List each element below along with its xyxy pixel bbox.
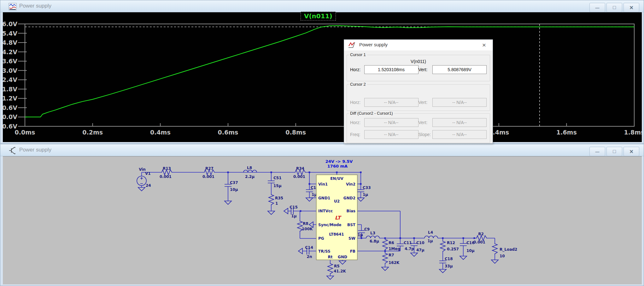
diff-freq-value (364, 130, 419, 139)
y-tick-label: 1.2V (3, 95, 17, 102)
waveform-window: Power supply — □ × 6.0V5.4V4.8V4.2V3.6V3… (0, 0, 644, 144)
component-r6[interactable]: R6 1Meg (383, 239, 400, 251)
svg-text:C37: C37 (230, 180, 238, 185)
component-r5[interactable]: R5 41.2K (328, 263, 346, 274)
x-tick-label: 1.6ms (556, 129, 577, 136)
schematic-window-title: Power supply (19, 147, 51, 153)
waveform-titlebar[interactable]: Power supply — □ × (0, 0, 644, 12)
component-l4[interactable]: L4 1µ (424, 230, 438, 243)
diff-vert-label: Vert: (419, 120, 433, 125)
dialog-close-icon[interactable]: × (478, 41, 490, 49)
component-c16[interactable]: C16 10µ (460, 241, 475, 253)
svg-text:33µ: 33µ (445, 264, 453, 268)
svg-text:0.257: 0.257 (447, 247, 459, 251)
component-u2[interactable]: EN/UV Vin1 Vin2 GND1 GND2 U2 INTVcc Bias… (316, 175, 357, 260)
svg-text:1Meg: 1Meg (389, 247, 400, 251)
pin-intvcc: INTVcc (318, 209, 333, 213)
component-r8[interactable]: R8 100K (297, 220, 313, 232)
trace-label[interactable]: V(n011) (301, 12, 336, 20)
waveform-window-title: Power supply (19, 3, 51, 9)
cursor2-vert-label: Vert: (419, 100, 433, 105)
cursor1-vert-label: Vert: (419, 67, 433, 72)
svg-text:0.001: 0.001 (293, 174, 305, 179)
net-label-vin: Vin (139, 167, 146, 172)
ltspice-logo-icon (348, 42, 355, 49)
minimize-button[interactable]: — (589, 3, 605, 12)
y-tick-label: 4.2V (3, 49, 17, 55)
cursor1-horz-value[interactable] (364, 65, 419, 74)
svg-text:C18: C18 (445, 257, 453, 261)
component-c37[interactable]: C37 10µ (225, 180, 238, 192)
component-rload2[interactable]: R_Load2 10 (492, 243, 517, 258)
pin-rt: Rt (328, 255, 333, 259)
trace-V(n011)[interactable] (25, 26, 634, 117)
svg-text:0.001: 0.001 (202, 174, 214, 179)
diff-group: Diff (Cursor2 - Cursor1) Horz: Vert: Fre… (347, 113, 490, 143)
svg-text:R12: R12 (447, 241, 455, 245)
svg-text:C51: C51 (273, 176, 282, 180)
component-r34[interactable]: R34 0.001 (293, 166, 306, 179)
schematic-titlebar[interactable]: Power supply — □ × (0, 144, 644, 156)
ic-ref: U2 (334, 199, 340, 203)
y-tick-label: 3.6V (3, 58, 17, 65)
pin-bst: BST (347, 223, 356, 227)
cursor-dialog: Power supply × Cursor 1 V(n011) Horz: Ve… (344, 39, 493, 144)
svg-text:6.8µ: 6.8µ (370, 239, 379, 243)
cursor1-group: Cursor 1 V(n011) Horz: Vert: (347, 55, 490, 81)
cursor-dialog-titlebar[interactable]: Power supply × (344, 40, 493, 50)
svg-text:100K: 100K (302, 227, 313, 231)
svg-text:R7: R7 (389, 253, 394, 257)
schematic-canvas[interactable]: V1 24 Vin R13 0.001 R27 0.001 R34 (3, 156, 642, 284)
cursor1-horz-label: Horz: (350, 67, 364, 72)
schematic-window-icon (9, 147, 17, 154)
svg-text:R13: R13 (163, 166, 171, 171)
pin-trss: TR/SS (318, 249, 331, 254)
svg-text:2.2µ: 2.2µ (245, 174, 255, 179)
svg-text:C15: C15 (290, 205, 298, 209)
svg-text:R8: R8 (303, 221, 308, 226)
component-r13[interactable]: R13 0.001 (160, 166, 173, 179)
svg-text:C11: C11 (404, 241, 412, 245)
component-l3[interactable]: L3 6.8µ (366, 231, 379, 243)
component-r35[interactable]: R35 1 (269, 194, 283, 206)
svg-text:1µ: 1µ (363, 192, 368, 197)
pin-vin2: Vin2 (346, 182, 355, 186)
pin-fb: FB (350, 249, 355, 254)
component-c33[interactable]: C33 1µ (357, 186, 371, 197)
svg-text:C10: C10 (416, 241, 424, 245)
component-c9[interactable]: C9 .1µ (356, 227, 370, 237)
schematic-minimize-button[interactable]: — (589, 147, 605, 156)
pin-bias: Bias (347, 209, 356, 213)
component-r7[interactable]: R7 162K (383, 253, 400, 265)
component-c15[interactable]: C15 1µ (290, 205, 298, 218)
diff-vert-value (432, 118, 487, 127)
svg-text:C33: C33 (363, 186, 371, 190)
svg-text:R35: R35 (275, 196, 283, 200)
svg-text:15µ: 15µ (273, 184, 282, 188)
lt-logo: LT (335, 215, 342, 221)
diff-slope-label: Slope: (419, 132, 433, 137)
y-tick-label: 2.4V (3, 76, 17, 83)
component-c18[interactable]: C18 33µ (439, 257, 453, 268)
svg-text:162K: 162K (389, 260, 400, 265)
svg-text:0.001: 0.001 (473, 240, 485, 244)
y-tick-label: 5.4V (3, 30, 17, 37)
x-tick-label: 0.6ms (218, 129, 238, 136)
plot-area[interactable]: 6.0V5.4V4.8V4.2V3.6V3.0V2.4V1.8V1.2V0.6V… (3, 12, 642, 142)
v1-ref: V1 (145, 171, 151, 176)
component-v1[interactable]: V1 24 Vin (137, 167, 151, 188)
schematic-maximize-button[interactable]: □ (606, 147, 622, 156)
maximize-button[interactable]: □ (606, 3, 622, 12)
component-c51[interactable]: C51 15µ (268, 176, 282, 188)
schematic-close-button[interactable]: × (624, 147, 639, 156)
component-r12[interactable]: R12 0.257 (440, 241, 459, 252)
pin-gnd2: GND2 (343, 196, 355, 200)
cursor-dialog-title: Power supply (359, 42, 388, 47)
component-r27[interactable]: R27 0.001 (202, 166, 215, 179)
svg-text:24V -> 9.5V: 24V -> 9.5V (325, 159, 353, 164)
pin-gnd1: GND1 (318, 196, 330, 200)
close-button[interactable]: × (624, 3, 639, 12)
component-c14[interactable]: C14 2n (305, 245, 313, 259)
cursor1-vert-value[interactable] (432, 65, 487, 74)
diff-group-label: Diff (Cursor2 - Cursor1) (349, 111, 394, 116)
